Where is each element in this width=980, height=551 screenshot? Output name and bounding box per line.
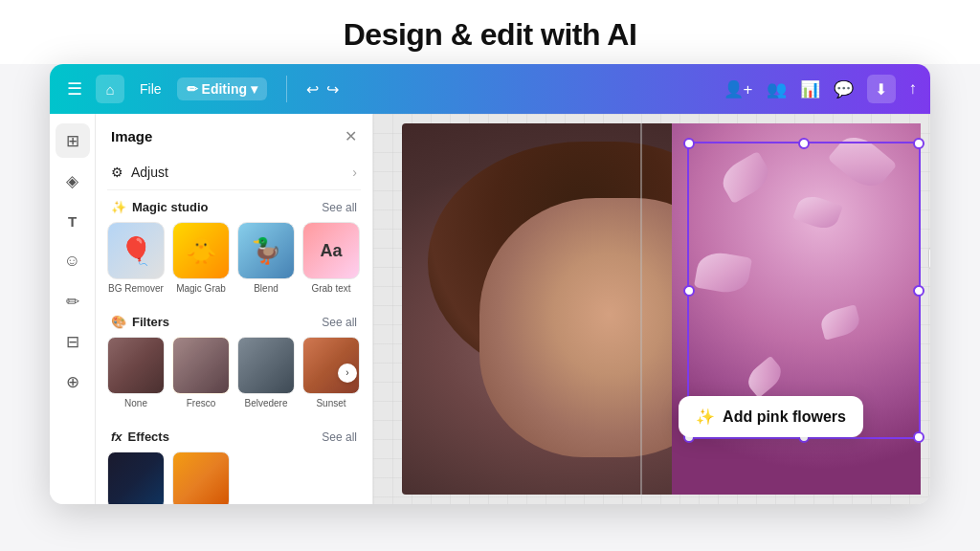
- canvas-area[interactable]: ✨ Add pink flowers: [373, 114, 930, 504]
- top-bar: ☰ ⌂ File ✏ Editing ▾ ↩ ↪ 👤+ 👥 📊 💬 ⬇: [50, 64, 930, 114]
- grab-text-tool[interactable]: Aa Grab text: [302, 222, 360, 294]
- side-panel: Image ✕ ⚙ Adjust › ✨ Magic studio: [96, 114, 373, 504]
- chevron-down-icon: ▾: [251, 81, 257, 97]
- sparkle-icon: ✨: [111, 200, 126, 214]
- filters-grid: None Fresco Belvedere Sunset ›: [107, 337, 361, 408]
- blend-label: Blend: [254, 283, 278, 294]
- filter-fresco-label: Fresco: [187, 398, 216, 408]
- filters-section: 🎨 Filters See all None Fresco: [96, 305, 372, 420]
- tools-grid: 🎈 BG Remover 🐥 Magic Grab 🦆 Blend Aa Gra…: [107, 222, 361, 294]
- add-grid-tool[interactable]: ⊕: [56, 364, 90, 399]
- effect-1[interactable]: [107, 452, 165, 504]
- magic-grab-label: Magic Grab: [176, 283, 226, 294]
- grab-text-thumb: Aa: [302, 222, 360, 279]
- effects-grid: [107, 452, 361, 504]
- grab-text-label: Grab text: [311, 283, 350, 294]
- draw-tool[interactable]: ✏: [56, 284, 90, 319]
- elements-tool[interactable]: ◈: [56, 164, 90, 198]
- flowers-overlay: [672, 123, 921, 495]
- filter-fresco[interactable]: Fresco: [172, 337, 230, 408]
- sliders-icon: ⚙: [111, 165, 123, 180]
- filter-none[interactable]: None: [107, 337, 165, 408]
- adjust-row[interactable]: ⚙ Adjust ›: [107, 155, 361, 190]
- page-title-area: Design & edit with AI: [0, 0, 980, 64]
- petal-1: [716, 151, 774, 204]
- layers-icon: ⊟: [66, 332, 79, 352]
- bg-remover-thumb: 🎈: [107, 222, 165, 279]
- editing-label: Editing: [202, 81, 247, 97]
- hamburger-button[interactable]: ☰: [63, 75, 86, 103]
- undo-button[interactable]: ↩: [306, 80, 319, 99]
- adjust-chevron: ›: [352, 165, 357, 180]
- editing-button[interactable]: ✏ Editing ▾: [177, 77, 267, 100]
- app-window: ☰ ⌂ File ✏ Editing ▾ ↩ ↪ 👤+ 👥 📊 💬 ⬇: [50, 64, 930, 504]
- effect-2[interactable]: [172, 452, 230, 504]
- filter-belvedere-thumb: [237, 337, 295, 394]
- main-content: ⊞ ◈ T ☺ ✏ ⊟ ⊕ Image ✕: [50, 114, 930, 504]
- magic-studio-header: ✨ Magic studio See all: [107, 190, 361, 222]
- filters-header: 🎨 Filters See all: [107, 305, 361, 337]
- panel-title: Image: [111, 128, 152, 144]
- blend-tool[interactable]: 🦆 Blend: [237, 222, 295, 294]
- filters-see-all[interactable]: See all: [322, 316, 357, 329]
- pencil-icon: ✏: [187, 81, 198, 97]
- undo-redo-group: ↩ ↪: [306, 80, 339, 99]
- petal-3: [694, 249, 752, 296]
- canvas-split-line: [640, 123, 642, 495]
- effects-header: fx Effects See all: [107, 420, 361, 452]
- divider: [286, 76, 287, 102]
- add-person-icon[interactable]: 👤+: [724, 79, 753, 99]
- bg-remover-tool[interactable]: 🎈 BG Remover: [107, 222, 165, 294]
- layers-tool[interactable]: ⊟: [56, 324, 90, 359]
- people-icon[interactable]: 👥: [767, 79, 787, 99]
- magic-grab-thumb: 🐥: [172, 222, 230, 279]
- comment-icon[interactable]: 💬: [834, 79, 854, 99]
- filters-scroll-right[interactable]: ›: [338, 364, 357, 383]
- panel-adjust-section: ⚙ Adjust › ✨ Magic studio See all 🎈: [96, 155, 372, 305]
- ai-suggestion-bubble[interactable]: ✨ Add pink flowers: [679, 396, 863, 437]
- effect-2-thumb: [172, 452, 230, 504]
- filter-belvedere-label: Belvedere: [244, 398, 287, 408]
- effects-label: fx Effects: [111, 430, 169, 444]
- apps-tool[interactable]: ☺: [56, 244, 90, 278]
- filter-sunset-label: Sunset: [316, 398, 345, 408]
- pages-tool[interactable]: ⊞: [56, 123, 90, 158]
- ai-bubble-icon: ✨: [696, 408, 715, 426]
- home-button[interactable]: ⌂: [96, 75, 124, 103]
- petal-6: [743, 356, 787, 398]
- effects-see-all[interactable]: See all: [322, 430, 357, 444]
- filter-belvedere[interactable]: Belvedere: [237, 337, 295, 408]
- adjust-label: Adjust: [131, 165, 168, 180]
- share-icon[interactable]: ↑: [909, 79, 918, 99]
- download-icon: ⬇: [875, 80, 887, 99]
- canvas-composition: ✨ Add pink flowers: [402, 123, 921, 495]
- apps-icon: ☺: [64, 252, 80, 271]
- chart-icon[interactable]: 📊: [800, 79, 820, 99]
- magic-studio-see-all[interactable]: See all: [322, 201, 357, 214]
- magic-studio-label: ✨ Magic studio: [111, 200, 208, 214]
- panel-header: Image ✕: [96, 114, 372, 155]
- top-bar-right: 👤+ 👥 📊 💬 ⬇ ↑: [724, 75, 917, 103]
- petal-4: [818, 304, 862, 340]
- blend-thumb: 🦆: [237, 222, 295, 279]
- magic-grab-tool[interactable]: 🐥 Magic Grab: [172, 222, 230, 294]
- file-button[interactable]: File: [134, 77, 167, 100]
- ai-bubble-text: Add pink flowers: [723, 408, 846, 426]
- effects-section: fx Effects See all: [96, 420, 372, 504]
- fx-icon: fx: [111, 430, 122, 444]
- elements-icon: ◈: [66, 171, 78, 191]
- petal-5: [827, 128, 897, 196]
- adjust-row-left: ⚙ Adjust: [111, 165, 168, 180]
- pages-icon: ⊞: [66, 131, 79, 151]
- filters-label: 🎨 Filters: [111, 315, 169, 329]
- filter-none-thumb: [107, 337, 165, 394]
- text-tool[interactable]: T: [56, 204, 90, 238]
- top-bar-left: ☰ ⌂ File ✏ Editing ▾ ↩ ↪: [63, 75, 339, 103]
- filter-fresco-thumb: [172, 337, 230, 394]
- page-title: Design & edit with AI: [0, 17, 980, 53]
- redo-button[interactable]: ↪: [326, 80, 339, 99]
- panel-close-button[interactable]: ✕: [345, 127, 357, 145]
- bg-remover-label: BG Remover: [108, 283, 164, 294]
- icon-bar: ⊞ ◈ T ☺ ✏ ⊟ ⊕: [50, 114, 96, 504]
- download-button[interactable]: ⬇: [867, 75, 896, 103]
